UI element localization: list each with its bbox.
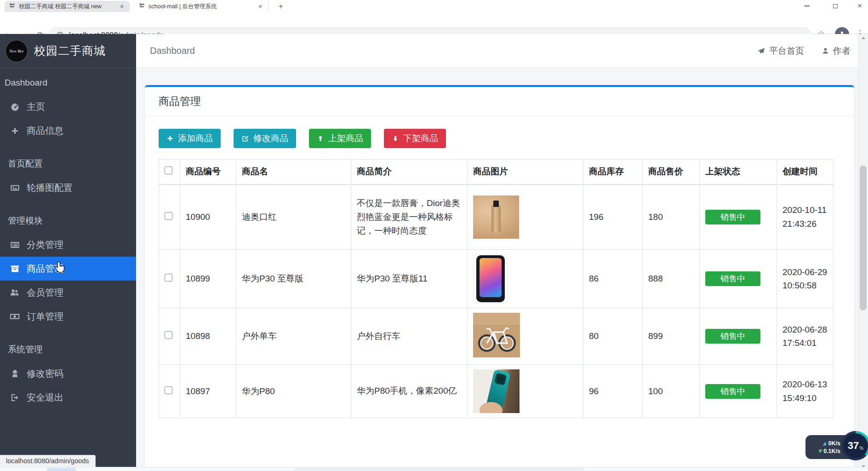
goods-id: 10899 (180, 250, 236, 308)
plus-icon (9, 126, 20, 135)
sidebar-item-order-manage[interactable]: 订单管理 (0, 304, 136, 328)
close-tab-icon[interactable] (257, 3, 264, 10)
arrow-down-icon (392, 135, 399, 142)
sidebar-item-category-manage[interactable]: 分类管理 (0, 233, 136, 257)
edit-icon (241, 135, 249, 143)
percent-unit: % (859, 446, 863, 451)
sidebar-item-home[interactable]: 主页 (0, 95, 136, 119)
goods-stock: 196 (583, 184, 643, 250)
newbee-favicon-icon: New Bee (138, 3, 145, 10)
col-sale-status: 上架状态 (700, 160, 777, 184)
list-icon (9, 240, 20, 250)
goods-name: 迪奥口红 (236, 184, 351, 250)
goods-table: 商品编号 商品名 商品简介 商品图片 商品库存 商品售价 上架状态 创建时间 1… (159, 159, 834, 418)
col-create-time: 创建时间 (777, 160, 834, 184)
new-tab-button[interactable] (276, 2, 286, 11)
goods-stock: 86 (583, 250, 643, 308)
table-row: 10899 华为P30 至尊版 华为P30 至尊版11 86 888 销售中 2… (159, 250, 834, 308)
goods-price: 180 (643, 184, 700, 250)
goods-stock: 80 (583, 308, 643, 365)
sidebar: New Bee 校园二手商城 Dashboard 主页 商品信息 首页配置 轮播… (0, 34, 136, 471)
user-icon (822, 47, 829, 55)
col-goods-image: 商品图片 (468, 160, 583, 184)
window-close-icon[interactable] (851, 0, 868, 12)
nav-header-dashboard: Dashboard (0, 71, 136, 95)
upload-speed: 0K/s (805, 440, 840, 447)
dior-cosmetic-photo (473, 195, 519, 239)
table-header-row: 商品编号 商品名 商品简介 商品图片 商品库存 商品售价 上架状态 创建时间 (159, 160, 834, 184)
scrollbar-thumb[interactable] (860, 166, 867, 310)
browser-tab-admin[interactable]: New Bee school-mall | 后台管理系统 (134, 1, 268, 12)
goods-price: 899 (643, 308, 700, 365)
usage-percent-gauge[interactable]: 37 % (841, 431, 868, 460)
sidebar-item-carousel-config[interactable]: 轮播图配置 (0, 176, 136, 200)
plus-icon (166, 135, 174, 142)
goods-id: 10900 (180, 184, 236, 250)
goods-price: 100 (643, 365, 700, 418)
table-row: 10900 迪奥口红 不仅是一款唇膏，Dior迪奥烈艳蓝金更是一种风格标记，一种… (159, 184, 834, 250)
huawei-p80-teal-phone-photo (473, 369, 520, 413)
panel-title: 商品管理 (145, 87, 854, 116)
edit-goods-button[interactable]: 修改商品 (234, 129, 296, 148)
paper-plane-icon (757, 47, 765, 55)
browser-tab-mall[interactable]: New Bee 校园二手商城 校园二手商城 new (5, 1, 130, 12)
cursor-pointer-icon (54, 261, 66, 276)
tachometer-icon (9, 102, 20, 112)
col-goods-intro: 商品简介 (351, 160, 468, 184)
sign-out-icon (9, 393, 20, 402)
arrow-up-icon (317, 135, 324, 142)
image-icon (9, 183, 20, 193)
money-icon (9, 311, 20, 322)
newbee-favicon-icon: New Bee (9, 3, 16, 10)
row-checkbox[interactable] (165, 274, 172, 281)
create-time: 2020-06-13 15:49:10 (777, 365, 834, 418)
platform-home-link[interactable]: 平台首页 (757, 45, 804, 57)
goods-intro: 华为P80手机，像素200亿 (351, 365, 468, 418)
scroll-up-icon[interactable] (858, 35, 868, 41)
sidebar-item-member-manage[interactable]: 会员管理 (0, 281, 136, 304)
window-minimize-icon[interactable] (798, 0, 816, 12)
page-scrollbar[interactable] (858, 34, 868, 471)
taskbar-app-segment[interactable] (47, 468, 75, 471)
window-maximize-icon[interactable] (826, 0, 845, 12)
windows-taskbar-sliver[interactable] (0, 467, 868, 471)
percent-value: 37 (848, 440, 859, 452)
table-row: 10898 户外单车 户外自行车 (159, 308, 834, 365)
goods-intro: 不仅是一款唇膏，Dior迪奥烈艳蓝金更是一种风格标记，一种时尚态度 (351, 184, 468, 250)
status-badge: 销售中 (705, 329, 760, 344)
goods-name: 户外单车 (236, 308, 351, 365)
author-link[interactable]: 作者 (822, 45, 851, 57)
table-row: 10897 华为P80 华为P80手机，像素200亿 96 100 销售中 20… (159, 365, 834, 418)
tab-title: 校园二手商城 校园二手商城 new (19, 3, 115, 11)
sidebar-nav: Dashboard 主页 商品信息 首页配置 轮播图配置 管理模块 分类管理 商… (0, 68, 136, 409)
brand-title: 校园二手商城 (34, 43, 106, 58)
goods-intro: 华为P30 至尊版11 (351, 250, 468, 308)
col-goods-price: 商品售价 (643, 160, 700, 184)
row-checkbox[interactable] (165, 386, 172, 394)
status-badge: 销售中 (705, 210, 760, 224)
main-content: Dashboard 平台首页 作者 商品管理 添加商品 修改商品 (136, 34, 868, 471)
download-arrow-icon (818, 448, 822, 454)
row-checkbox[interactable] (165, 212, 172, 220)
goods-id: 10898 (180, 308, 236, 365)
row-checkbox[interactable] (165, 331, 172, 339)
add-goods-button[interactable]: 添加商品 (159, 129, 221, 148)
outdoor-bicycle-photo (473, 313, 520, 357)
newbee-logo: New Bee (6, 40, 27, 62)
sidebar-item-logout[interactable]: 安全退出 (0, 385, 136, 409)
sidebar-item-goods-info[interactable]: 商品信息 (0, 119, 136, 143)
nav-header-home-config: 首页配置 (0, 152, 136, 176)
sidebar-item-goods-manage[interactable]: 商品管理 (0, 257, 136, 281)
take-off-sale-button[interactable]: 下架商品 (384, 129, 446, 148)
taskbar-app-segment[interactable] (294, 468, 584, 471)
brand[interactable]: New Bee 校园二手商城 (0, 34, 136, 68)
nav-header-system-manage: 系统管理 (0, 338, 136, 362)
sidebar-item-change-password[interactable]: 修改密码 (0, 362, 136, 385)
upload-arrow-icon (823, 441, 827, 446)
goods-name: 华为P30 至尊版 (236, 250, 351, 308)
select-all-checkbox[interactable] (165, 167, 172, 174)
put-on-sale-button[interactable]: 上架商品 (309, 129, 371, 148)
close-tab-icon[interactable] (118, 3, 126, 10)
browser-status-bubble: localhost:8080/admin/goods (0, 455, 96, 467)
user-secret-icon (9, 369, 20, 379)
